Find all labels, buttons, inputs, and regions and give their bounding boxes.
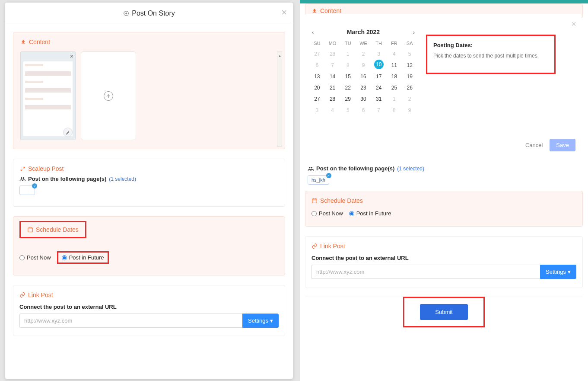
day-cell[interactable]: 2: [356, 48, 371, 60]
linkpost-title: Link Post: [28, 291, 53, 298]
next-month-icon[interactable]: ›: [413, 29, 415, 35]
day-cell[interactable]: 28: [325, 93, 340, 105]
content-section: Content × + ▴: [13, 32, 285, 149]
right-body: Content × ‹ March 2022 › SUMOTUWETHFRSA …: [300, 0, 588, 381]
settings-button-right[interactable]: Settings ▾: [540, 265, 576, 279]
day-cell[interactable]: 21: [325, 82, 340, 93]
day-cell[interactable]: 27: [309, 48, 325, 60]
day-cell[interactable]: 18: [387, 71, 402, 82]
dow-cell: SA: [402, 41, 417, 46]
infobox-text: Pick the dates to send the post multiple…: [433, 53, 548, 59]
close-icon[interactable]: ×: [571, 19, 576, 29]
day-cell[interactable]: 3: [371, 48, 387, 60]
day-cell[interactable]: 15: [340, 71, 356, 82]
post-future-radio[interactable]: [62, 255, 67, 260]
day-cell[interactable]: 22: [340, 82, 356, 93]
link-icon: [19, 292, 25, 298]
day-cell[interactable]: 10: [374, 60, 384, 69]
day-cell[interactable]: 23: [356, 82, 371, 93]
day-cell[interactable]: 27: [309, 93, 325, 105]
day-cell[interactable]: 29: [340, 93, 356, 105]
day-cell[interactable]: 4: [325, 105, 340, 116]
linkpost-title-right: Link Post: [320, 243, 345, 250]
day-cell[interactable]: 16: [356, 71, 371, 82]
day-cell[interactable]: 6: [356, 105, 371, 116]
check-icon: ✓: [32, 183, 37, 189]
linkpost-heading: Link Post: [19, 291, 279, 298]
day-cell[interactable]: 2: [402, 93, 417, 105]
right-lower: Post on the following page(s) (1 selecte…: [305, 160, 583, 327]
day-cell[interactable]: 8: [387, 105, 402, 116]
prev-month-icon[interactable]: ‹: [312, 29, 314, 35]
scroll-up-icon[interactable]: ▴: [277, 52, 282, 59]
upload-icon: [20, 39, 26, 45]
cancel-button[interactable]: Cancel: [525, 142, 543, 148]
day-cell[interactable]: 9: [402, 105, 417, 116]
posting-dates-infobox: Posting Dates: Pick the dates to send th…: [426, 35, 556, 74]
post-future-radio-right[interactable]: [349, 211, 354, 216]
post-now-radio[interactable]: [19, 255, 25, 260]
calendar-icon: [27, 227, 33, 233]
day-cell[interactable]: 19: [402, 71, 417, 82]
modal-title: Post On Story: [123, 10, 175, 17]
media-thumbnail[interactable]: ×: [20, 51, 76, 140]
day-cell[interactable]: 6: [309, 60, 325, 71]
day-cell[interactable]: 14: [325, 71, 340, 82]
post-now-option-right[interactable]: Post Now: [311, 210, 343, 217]
day-cell[interactable]: 12: [402, 60, 417, 71]
page-chip-label: hs_jkh: [311, 177, 325, 182]
day-cell[interactable]: 28: [325, 48, 340, 60]
linkpost-heading-right: Link Post: [311, 243, 576, 250]
day-cell[interactable]: 13: [309, 71, 325, 82]
day-cell[interactable]: 24: [371, 82, 387, 93]
submit-bar: Submit: [305, 297, 583, 327]
save-button[interactable]: Save: [550, 139, 575, 151]
left-modal: Post On Story × Content ×: [5, 3, 293, 379]
post-future-option-right[interactable]: Post in Future: [349, 210, 391, 217]
dow-cell: SU: [309, 41, 325, 46]
day-cell[interactable]: 4: [387, 48, 402, 60]
page-chip[interactable]: ✓: [19, 186, 35, 195]
day-cell[interactable]: 20: [309, 82, 325, 93]
scaleup-title: Scaleup Post: [28, 165, 64, 172]
submit-button[interactable]: Submit: [420, 304, 467, 320]
pages-selected-count: (1 selected): [109, 176, 136, 182]
page-chip-right[interactable]: hs_jkh ✓: [308, 175, 329, 185]
day-cell[interactable]: 30: [356, 93, 371, 105]
url-input[interactable]: [19, 314, 242, 328]
close-icon[interactable]: ×: [281, 8, 287, 17]
infobox-title: Posting Dates:: [433, 42, 548, 48]
day-cell[interactable]: 5: [340, 105, 356, 116]
day-cell[interactable]: 26: [402, 82, 417, 93]
content-media-row: × + ▴: [20, 51, 278, 140]
remove-media-icon[interactable]: ×: [70, 53, 73, 60]
post-now-option[interactable]: Post Now: [19, 254, 51, 261]
settings-label-right: Settings: [546, 269, 566, 275]
day-cell[interactable]: 1: [387, 93, 402, 105]
day-cell[interactable]: 25: [387, 82, 402, 93]
linkpost-sublabel: Connect the post to an external URL: [19, 304, 279, 310]
settings-button[interactable]: Settings ▾: [242, 314, 279, 328]
url-input-right[interactable]: [311, 265, 540, 279]
day-cell[interactable]: 1: [340, 48, 356, 60]
schedule-heading-right: Schedule Dates: [311, 197, 576, 204]
day-cell[interactable]: 11: [387, 60, 402, 71]
calendar-header: ‹ March 2022 ›: [309, 29, 417, 35]
add-icon: +: [104, 91, 113, 101]
media-scrollbar[interactable]: ▴: [277, 51, 282, 147]
post-now-radio-right[interactable]: [311, 211, 317, 216]
day-cell[interactable]: 7: [325, 60, 340, 71]
add-media-box[interactable]: +: [81, 51, 136, 140]
day-cell[interactable]: 8: [340, 60, 356, 71]
dow-cell: TU: [340, 41, 356, 46]
day-cell[interactable]: 31: [371, 93, 387, 105]
calendar-days: 2728123456789101112131415161718192021222…: [309, 48, 417, 116]
day-cell[interactable]: 5: [402, 48, 417, 60]
edit-media-icon[interactable]: [63, 128, 73, 137]
day-cell[interactable]: 3: [309, 105, 325, 116]
day-cell[interactable]: 7: [371, 105, 387, 116]
post-future-option[interactable]: Post in Future: [62, 254, 104, 261]
day-cell[interactable]: 17: [371, 71, 387, 82]
day-cell[interactable]: 9: [356, 60, 371, 71]
expand-icon: [19, 166, 25, 172]
